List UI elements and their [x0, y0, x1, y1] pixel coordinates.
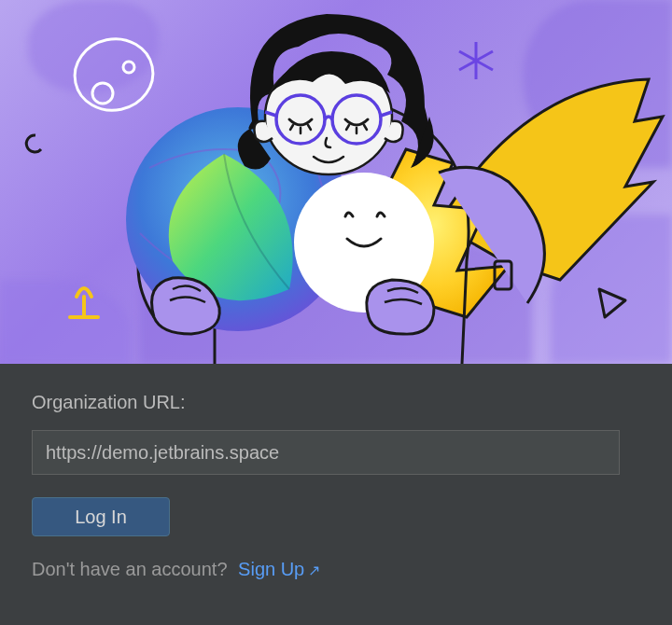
svg-point-1	[123, 62, 134, 73]
login-form: Organization URL: Log In Don't have an a…	[0, 364, 672, 580]
external-link-icon: ↗	[308, 562, 320, 578]
space-character-illustration	[0, 0, 672, 364]
signup-row: Don't have an account? Sign Up↗	[32, 559, 644, 580]
org-url-input[interactable]	[32, 430, 620, 475]
login-button[interactable]: Log In	[32, 497, 170, 536]
signup-link[interactable]: Sign Up	[238, 559, 304, 579]
signup-prompt: Don't have an account?	[32, 559, 228, 579]
svg-point-2	[92, 83, 113, 104]
org-url-label: Organization URL:	[32, 392, 644, 413]
svg-point-0	[68, 32, 160, 118]
hero-illustration	[0, 0, 672, 364]
